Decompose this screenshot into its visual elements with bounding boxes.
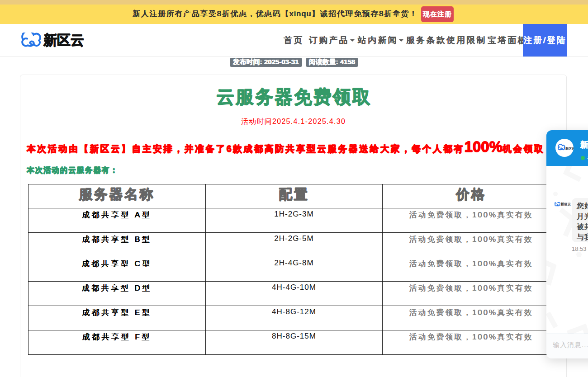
svg-text:新区云: 新区云 (565, 146, 574, 151)
